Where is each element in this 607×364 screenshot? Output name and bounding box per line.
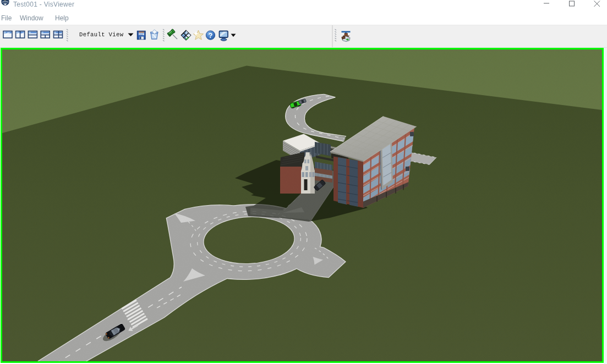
- svg-text:Default View: Default View: [79, 31, 124, 38]
- svg-text:?: ?: [209, 31, 213, 40]
